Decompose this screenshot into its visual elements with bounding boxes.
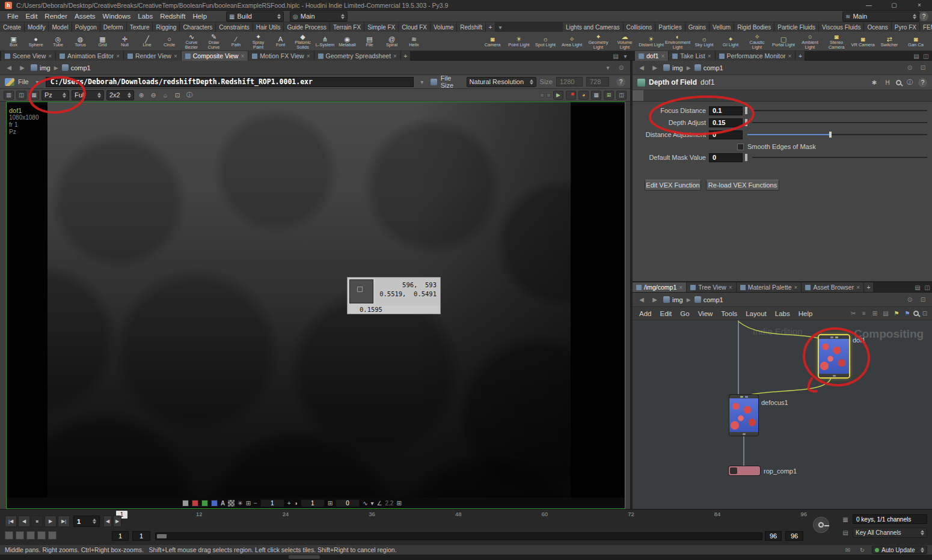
cut-icon[interactable]: ✂ (848, 309, 858, 318)
close-tab-icon[interactable]: × (729, 284, 732, 291)
home-view-icon[interactable]: ⌂ (161, 90, 170, 100)
pane-tab[interactable]: Animation Editor × (56, 51, 124, 61)
shelf-tab[interactable]: FEM (920, 22, 932, 32)
scroll-thumb[interactable] (289, 555, 320, 559)
info-icon[interactable]: ⓘ (905, 78, 915, 87)
close-tab-icon[interactable]: × (856, 284, 860, 291)
mini-toggle-icon[interactable] (547, 93, 551, 97)
frame-range-slider[interactable] (155, 532, 762, 540)
smooth-edges-checkbox[interactable] (737, 144, 744, 150)
shelf-tool-button[interactable]: ✦ GI Light (717, 32, 744, 51)
slider-handle[interactable] (745, 119, 747, 126)
menubar-item[interactable]: Assets (71, 13, 99, 20)
pane-list-icon[interactable]: ▤ (913, 282, 922, 292)
close-tab-icon[interactable]: × (48, 53, 52, 59)
pane-tab[interactable]: Performance Monitor × (716, 51, 796, 61)
close-tab-icon[interactable]: × (679, 284, 682, 291)
cache-toggle-icon[interactable]: ◫ (16, 91, 26, 100)
shelf-tab[interactable]: Cloud FX (399, 22, 431, 32)
close-tab-icon[interactable]: × (393, 53, 397, 59)
param-tab[interactable] (643, 90, 654, 101)
channel-blue-icon[interactable] (211, 500, 218, 507)
node-dof1[interactable] (819, 335, 849, 377)
range-end2-field[interactable]: 96 (785, 531, 803, 541)
shelf-tool-button[interactable]: ○ Circle (158, 32, 180, 51)
network-menu-item[interactable]: Edit (655, 310, 676, 317)
shelf-tab[interactable]: Polygon (72, 22, 100, 32)
back-icon[interactable]: ◀ (4, 63, 14, 73)
pane-tab[interactable]: Material Palette × (737, 282, 802, 292)
menubar-item[interactable]: Windows (99, 13, 135, 20)
channel-all-icon[interactable] (182, 500, 189, 507)
histogram-icon[interactable]: ∿ (363, 500, 367, 507)
shelf-tool-button[interactable]: ✧ Caustic Light (744, 32, 770, 51)
frame-icon[interactable]: ⊡ (918, 295, 928, 305)
shelf-tool-button[interactable]: ✎ Draw Curve (203, 32, 225, 51)
forward-icon[interactable]: ▶ (17, 63, 27, 73)
shelf-tool-button[interactable]: ≋ Helix (403, 32, 425, 51)
shelf-tool-button[interactable]: ◎ Tube (47, 32, 69, 51)
shelf-tab[interactable]: Simple FX (364, 22, 399, 32)
link-icon[interactable] (431, 79, 437, 85)
next-key-button[interactable]: ▶ (113, 516, 121, 527)
snapshot-icon[interactable] (566, 91, 576, 100)
shelf-add-tab-button[interactable]: + (486, 22, 495, 32)
shelf-tab[interactable]: Characters (180, 22, 216, 32)
shelf-tool-button[interactable]: ☁ Volume Light (612, 32, 638, 51)
panel-list-icon[interactable]: ▤ (881, 309, 891, 318)
pane-menu-chevron-icon[interactable]: ▾ (621, 51, 630, 61)
desktop-selector[interactable]: ▦ Build (226, 11, 284, 22)
breadcrumb-node[interactable]: comp1 (694, 296, 723, 303)
back-icon[interactable]: ◀ (637, 63, 646, 73)
current-frame-field[interactable]: 1 (73, 516, 100, 527)
close-tab-icon[interactable]: × (241, 53, 244, 59)
shelf-tab[interactable]: Redshift (457, 22, 486, 32)
playbar-option-icon[interactable] (16, 531, 24, 540)
frame-all-icon[interactable]: ⊡ (920, 309, 930, 318)
color-correction-icon[interactable]: ◕ (578, 91, 589, 100)
menubar-item[interactable]: Redshift (156, 13, 189, 20)
remote-session-selector[interactable]: ≋ Main (842, 11, 919, 22)
channels-icon[interactable]: ▦ (841, 514, 850, 524)
shelf-tab[interactable]: Rigid Bodies (734, 22, 774, 32)
shelf-tool-button[interactable]: ◆ Platonic Solids (292, 32, 314, 51)
shelf-tool-button[interactable]: ◉ Metaball (336, 32, 358, 51)
help-icon[interactable]: ? (918, 78, 927, 87)
pane-tab[interactable]: Asset Browser × (802, 282, 864, 292)
pane-list-icon[interactable]: ▤ (912, 51, 921, 61)
shelf-tab[interactable]: Deform (100, 22, 127, 32)
shelf-tool-button[interactable]: ✦ Geometry Light (585, 32, 612, 51)
shelf-tab[interactable]: Modify (25, 22, 49, 32)
pane-list-icon[interactable]: ▤ (611, 51, 621, 61)
menubar-item[interactable]: File (4, 13, 22, 20)
network-menu-item[interactable]: Add (635, 310, 655, 317)
list-icon[interactable]: ≡ (859, 309, 869, 318)
forward-icon[interactable]: ▶ (650, 63, 660, 73)
edit-vex-button[interactable]: Edit VEX Function (645, 180, 701, 190)
close-icon[interactable]: × (915, 2, 924, 8)
composite-viewport[interactable]: dof1 1080x1080 fr 1 Pz 596, 593 0.5519, … (6, 102, 625, 509)
compare-icon[interactable]: ✳ (238, 500, 242, 507)
default-mask-slider[interactable] (752, 154, 927, 161)
playbar-option-icon[interactable] (5, 531, 13, 540)
checker-background-icon[interactable] (228, 500, 235, 507)
key-all-channels-select[interactable]: Key All Channels (853, 528, 927, 538)
shelf-tab[interactable]: Lights and Cameras (563, 22, 624, 32)
pane-tab[interactable]: /img/comp1 × (633, 282, 687, 292)
shelf-tool-button[interactable]: ∿ Curve Bezier (180, 32, 203, 51)
channel-green-icon[interactable] (201, 500, 208, 507)
shelf-tool-button[interactable]: ▢ Portal Light (770, 32, 797, 51)
network-menu-item[interactable]: Labs (771, 310, 794, 317)
shelf-tool-button[interactable]: @ Spiral (381, 32, 403, 51)
shelf-tool-button[interactable]: ◙ Gan Ca (903, 32, 929, 51)
shelf-tool-button[interactable]: ∕ Path (225, 32, 247, 51)
shelf-tool-button[interactable]: ◙ Stereo Camera (823, 32, 850, 51)
plane-display-icon[interactable]: ▦ (29, 91, 39, 100)
frame-all-icon[interactable]: ⊡ (173, 90, 182, 100)
shelf-tab[interactable]: Hair Utils (253, 22, 284, 32)
grid-icon[interactable]: ⊞ (870, 309, 880, 318)
close-tab-icon[interactable]: × (708, 53, 711, 59)
range-start2-field[interactable]: 1 (132, 531, 150, 541)
shelf-tab[interactable]: Guide Process (284, 22, 330, 32)
close-tab-icon[interactable]: × (116, 53, 120, 59)
